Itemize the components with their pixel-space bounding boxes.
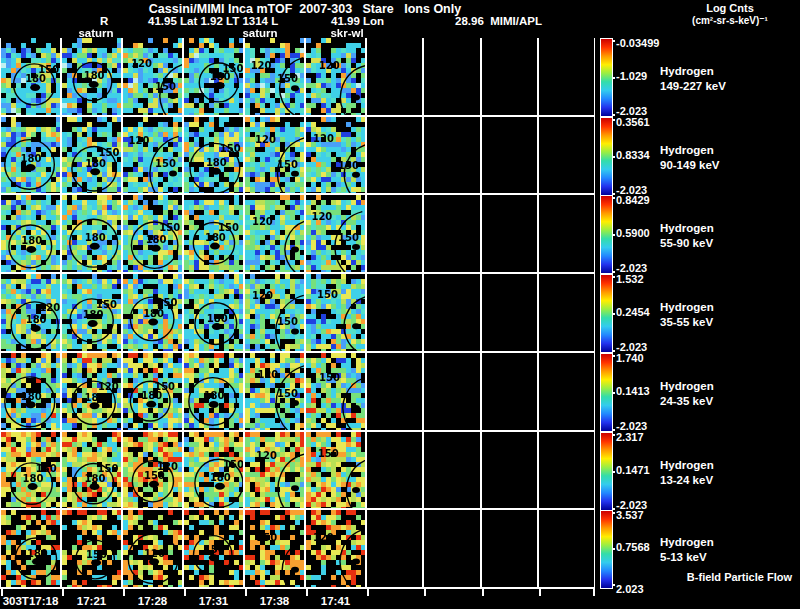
species-label: Hydrogen — [660, 221, 714, 236]
species-label: Hydrogen — [660, 300, 714, 315]
stare-image-canvas — [184, 117, 243, 194]
empty-panel — [482, 510, 539, 587]
stare-image-canvas — [62, 274, 121, 351]
stare-image-canvas — [1, 117, 60, 194]
stare-image-panel — [245, 432, 306, 509]
app-root: Cassini/MIMI Inca mTOF 2007-303 Stare Io… — [0, 0, 800, 609]
status-lon: 41.99 Lon — [331, 15, 384, 27]
time-axis-tick — [424, 589, 426, 596]
empty-panel — [367, 117, 424, 194]
empty-panel — [424, 117, 481, 194]
stare-image-panel — [62, 117, 123, 194]
species-label: Hydrogen — [660, 379, 714, 394]
time-axis-tick — [367, 589, 369, 596]
stare-image-canvas — [1, 510, 60, 587]
stare-image-canvas — [62, 432, 121, 509]
time-axis-tick — [245, 589, 247, 596]
stare-image-panel — [123, 117, 184, 194]
energy-label: 24-35 keV — [660, 394, 714, 409]
colorbar-max-label: 0.8429 — [616, 194, 650, 206]
stare-image-canvas — [184, 38, 243, 115]
colorbar-max-label: 0.3561 — [616, 116, 650, 128]
colorbar-min-label: 2.023 — [616, 583, 644, 595]
bfield-particle-flow-label: B-field Particle Flow — [687, 571, 792, 583]
stare-image-panel — [184, 117, 245, 194]
empty-panel — [539, 510, 594, 587]
stare-image-canvas — [62, 38, 121, 115]
stare-image-panel — [123, 510, 184, 587]
stare-image-panel — [1, 510, 62, 587]
empty-panel — [482, 353, 539, 430]
stare-image-panel — [62, 353, 123, 430]
colorbar-tick — [612, 40, 615, 42]
energy-label: 55-90 keV — [660, 236, 714, 251]
empty-panel — [482, 274, 539, 351]
column-header-skr-wl: skr-wl — [307, 27, 387, 39]
colorbar-tick — [612, 512, 615, 514]
stare-image-panel — [306, 38, 367, 115]
stare-image-canvas — [62, 353, 121, 430]
empty-panel — [367, 274, 424, 351]
empty-panel — [424, 510, 481, 587]
colorbar-tick — [612, 119, 615, 121]
stare-image-canvas — [1, 38, 60, 115]
colorbar-tick — [612, 156, 615, 158]
colorbar-tick — [612, 197, 615, 199]
band-label: Hydrogen 13-24 keV — [660, 458, 714, 488]
stare-image-canvas — [62, 195, 121, 272]
stare-image-panel — [184, 38, 245, 115]
panel-row-149-227 — [1, 38, 594, 117]
stare-image-panel — [62, 510, 123, 587]
empty-panel — [539, 38, 594, 115]
colorbar-max-label: 1.532 — [616, 273, 644, 285]
stare-image-panel — [306, 117, 367, 194]
panel-row-35-55 — [1, 274, 594, 353]
column-header-saturn-1: saturn — [56, 27, 136, 39]
stare-image-canvas — [245, 353, 304, 430]
band-label: Hydrogen 35-55 keV — [660, 300, 714, 330]
stare-image-panel — [245, 353, 306, 430]
stare-image-panel — [1, 274, 62, 351]
empty-panel — [539, 195, 594, 272]
species-label: Hydrogen — [660, 64, 726, 79]
stare-image-canvas — [184, 274, 243, 351]
colorbar-tick — [612, 434, 615, 436]
stare-image-panel — [306, 510, 367, 587]
colorbar-mid-label: 0.1413 — [616, 385, 650, 397]
energy-label: 35-55 keV — [660, 315, 714, 330]
empty-panel — [424, 195, 481, 272]
colorbar-tick — [612, 114, 615, 116]
colorbar-max-label: 2.317 — [616, 431, 644, 443]
status-r-label: R — [100, 15, 108, 27]
empty-panel — [539, 117, 594, 194]
panel-row-24-35 — [1, 353, 594, 432]
panel-row-5-13 — [1, 510, 594, 587]
stare-image-canvas — [306, 432, 365, 509]
panel-row-13-24 — [1, 432, 594, 511]
colorbar-max-label: 3.537 — [616, 509, 644, 521]
stare-image-panel — [306, 274, 367, 351]
empty-panel — [367, 353, 424, 430]
colorbar-tick — [612, 355, 615, 357]
time-axis-tick — [123, 589, 125, 596]
stare-image-canvas — [306, 195, 365, 272]
stare-image-panel — [62, 38, 123, 115]
colorbar-tick — [612, 548, 615, 550]
stare-image-canvas — [245, 274, 304, 351]
stare-image-panel — [1, 117, 62, 194]
empty-panel — [367, 38, 424, 115]
stare-image-canvas — [245, 38, 304, 115]
colorbar-mid-label: 0.8334 — [616, 149, 650, 161]
band-label: Hydrogen 5-13 keV — [660, 535, 714, 565]
time-axis-tick — [539, 589, 541, 596]
stare-image-canvas — [62, 510, 121, 587]
species-label: Hydrogen — [660, 458, 714, 473]
stare-image-canvas — [306, 38, 365, 115]
energy-label: 5-13 keV — [660, 550, 714, 565]
species-label: Hydrogen — [660, 535, 714, 550]
stare-image-panel — [245, 274, 306, 351]
empty-panel — [424, 353, 481, 430]
stare-image-panel — [184, 432, 245, 509]
stare-image-panel — [123, 195, 184, 272]
stare-image-panel — [1, 38, 62, 115]
